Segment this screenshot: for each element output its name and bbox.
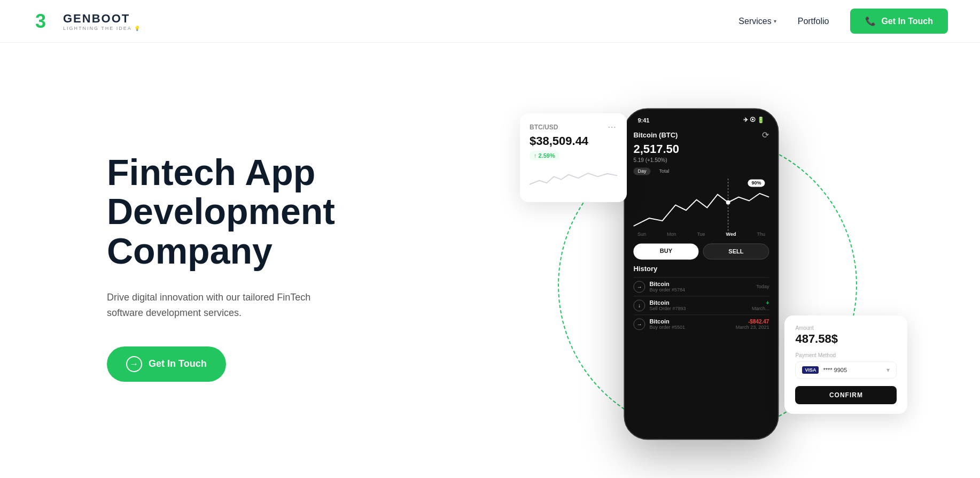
history-amount: + March... <box>752 300 769 311</box>
tab-total[interactable]: Total <box>655 167 673 175</box>
phone-icon: 📞 <box>865 16 876 26</box>
chevron-down-icon: ▾ <box>774 18 776 24</box>
arrow-right-icon: → <box>126 356 142 372</box>
logo[interactable]: 3 GENBOOT LIGHTNING THE IDEA 💡 <box>32 9 141 34</box>
phone-chart-svg <box>633 178 769 232</box>
phone-history: History → Bitcoin Buy order #5784 Today <box>625 265 777 333</box>
tab-day[interactable]: Day <box>633 167 650 175</box>
logo-text: GENBOOT LIGHTNING THE IDEA 💡 <box>63 12 141 31</box>
history-info: Bitcoin Buy order #5784 <box>649 281 685 292</box>
phone-mockup: 9:41 ✈ ⦿ 🔋 Bitcoin (BTC) ⟳ 2,517.50 5.19… <box>624 108 779 440</box>
navbar: 3 GENBOOT LIGHTNING THE IDEA 💡 Services … <box>0 0 980 43</box>
chevron-down-icon: ▾ <box>886 366 890 374</box>
history-info: Bitcoin Sell Order #7893 <box>649 299 686 311</box>
card-payment: Amount 487.58$ Payment Method VISA **** … <box>784 315 907 414</box>
payment-amount-label: Amount <box>795 325 897 331</box>
svg-point-3 <box>726 201 730 205</box>
history-amount: -$842.47 March 23, 2021 <box>736 319 769 330</box>
hero-right: BTC/USD ⋯ $38,509.44 ↑ 2.59% 9:41 ✈ ⦿ 🔋 <box>499 75 916 460</box>
nav-right: Services ▾ Portfolio 📞 Get In Touch <box>738 9 948 34</box>
history-item: ↓ Bitcoin Sell Order #7893 + March... <box>633 296 769 314</box>
hero-title: Fintech App Development Company <box>107 153 385 271</box>
phone-chart-area: Bitcoin (BTC) ⟳ 2,517.50 5.19 (+1.50%) D… <box>625 126 777 232</box>
btcusd-change: ↑ 2.59% <box>530 151 559 160</box>
nav-cta-button[interactable]: 📞 Get In Touch <box>850 9 948 34</box>
day-thu: Thu <box>757 232 765 237</box>
arrow-down-icon: ↓ <box>633 299 645 311</box>
history-item: → Bitcoin Buy order #5784 Today <box>633 277 769 296</box>
history-item: → Bitcoin Buy order #5501 -$842.47 March… <box>633 314 769 333</box>
payment-method-label: Payment Method <box>795 352 897 358</box>
btcusd-chart <box>530 165 617 191</box>
share-icon[interactable]: ⟳ <box>762 130 769 140</box>
arrow-right-icon: → <box>633 318 645 330</box>
phone-notch <box>674 115 728 130</box>
brand-tagline: LIGHTNING THE IDEA 💡 <box>63 26 141 31</box>
brand-name: GENBOOT <box>63 12 141 26</box>
visa-badge: VISA <box>802 366 819 374</box>
chart-percent-badge: 90% <box>748 179 765 187</box>
day-mon: Mon <box>667 232 676 237</box>
day-sun: Sun <box>637 232 646 237</box>
phone-days: Sun Mon Tue Wed Thu <box>625 232 777 237</box>
btcusd-label: BTC/USD <box>530 124 558 131</box>
crypto-price: 2,517.50 <box>633 142 769 156</box>
hero-cta-button[interactable]: → Get In Touch <box>107 346 226 382</box>
nav-portfolio[interactable]: Portfolio <box>798 17 829 26</box>
status-time: 9:41 <box>637 117 649 124</box>
logo-icon: 3 <box>32 9 58 34</box>
more-options-icon[interactable]: ⋯ <box>608 122 617 132</box>
status-icons: ✈ ⦿ 🔋 <box>743 117 765 124</box>
confirm-button[interactable]: CONFIRM <box>795 386 897 404</box>
history-amount: Today <box>756 284 769 289</box>
history-title: History <box>633 265 769 273</box>
hero-section: Fintech App Development Company Drive di… <box>0 43 980 478</box>
svg-text:3: 3 <box>35 10 46 32</box>
phone-crypto-header: Bitcoin (BTC) ⟳ <box>633 130 769 140</box>
buy-button[interactable]: BUY <box>633 243 698 259</box>
chart-tabs: Day Total <box>633 167 769 175</box>
day-wed: Wed <box>726 232 736 237</box>
hero-desc: Drive digital innovation with our tailor… <box>107 290 331 321</box>
card-number: **** 9905 <box>823 367 847 373</box>
btcusd-price: $38,509.44 <box>530 134 617 148</box>
card-btcusd: BTC/USD ⋯ $38,509.44 ↑ 2.59% <box>520 113 627 202</box>
payment-method-selector[interactable]: VISA **** 9905 ▾ <box>795 361 897 379</box>
payment-amount: 487.58$ <box>795 332 897 346</box>
crypto-name: Bitcoin (BTC) <box>633 131 678 139</box>
nav-services[interactable]: Services ▾ <box>738 17 776 26</box>
phone-screen: 9:41 ✈ ⦿ 🔋 Bitcoin (BTC) ⟳ 2,517.50 5.19… <box>625 109 777 438</box>
day-tue: Tue <box>697 232 705 237</box>
sell-button[interactable]: SELL <box>703 243 769 259</box>
phone-buy-sell: BUY SELL <box>625 243 777 259</box>
hero-left: Fintech App Development Company Drive di… <box>107 153 385 382</box>
arrow-right-icon: → <box>633 281 645 292</box>
history-info: Bitcoin Buy order #5501 <box>649 318 685 330</box>
crypto-change: 5.19 (+1.50%) <box>633 157 769 163</box>
